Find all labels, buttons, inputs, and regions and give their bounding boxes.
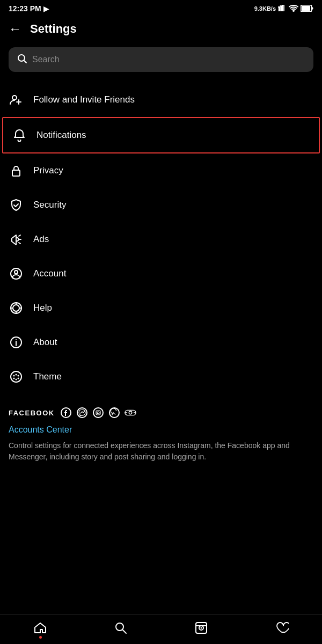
svg-point-31 (13, 378, 15, 379)
search-container: Search (0, 45, 322, 83)
heart-icon (274, 620, 289, 635)
menu-item-ads[interactable]: Ads (0, 222, 322, 257)
facebook-icons (60, 407, 136, 419)
location-icon: ▶ (43, 5, 49, 13)
svg-point-27 (16, 374, 17, 376)
help-label: Help (33, 303, 52, 313)
nav-likes[interactable] (274, 620, 289, 635)
svg-point-41 (129, 411, 132, 414)
menu-item-privacy[interactable]: Privacy (0, 153, 322, 188)
settings-header: ← Settings (0, 15, 322, 45)
reels-icon (194, 620, 209, 635)
svg-point-35 (93, 408, 103, 418)
status-time: 12:23 PM (9, 4, 41, 13)
messenger-icon (76, 407, 88, 419)
nav-reels[interactable] (194, 620, 209, 635)
ads-icon (9, 232, 24, 247)
home-dot (39, 636, 42, 639)
menu-item-follow[interactable]: Follow and Invite Friends (0, 83, 322, 117)
svg-line-14 (19, 243, 20, 244)
search-placeholder: Search (32, 55, 60, 64)
menu-list: Follow and Invite Friends Notifications … (0, 83, 322, 394)
menu-item-about[interactable]: About (0, 325, 322, 360)
svg-rect-0 (278, 7, 280, 11)
svg-point-25 (16, 339, 17, 340)
svg-line-12 (19, 235, 20, 236)
menu-item-help[interactable]: Help (0, 291, 322, 325)
about-label: About (33, 337, 57, 348)
svg-point-38 (100, 411, 100, 411)
nav-home[interactable] (33, 620, 48, 635)
svg-rect-2 (282, 5, 284, 11)
whatsapp-icon (108, 407, 120, 419)
search-nav-icon (113, 620, 128, 635)
home-icon (33, 620, 48, 635)
menu-item-security[interactable]: Security (0, 188, 322, 222)
wifi-icon (289, 4, 298, 13)
accounts-center-desc: Control settings for connected experienc… (9, 440, 313, 463)
svg-point-44 (116, 623, 123, 631)
svg-line-7 (24, 61, 26, 63)
svg-point-30 (16, 379, 17, 380)
facebook-header: FACEBOOK (9, 407, 313, 419)
search-bar[interactable]: Search (9, 47, 313, 72)
signal-icons (278, 5, 287, 12)
svg-point-37 (97, 412, 99, 414)
nav-search[interactable] (113, 620, 128, 635)
status-right: 9.3KB/s (254, 4, 313, 13)
page-title: Settings (30, 22, 77, 36)
follow-label: Follow and Invite Friends (33, 94, 135, 105)
svg-point-3 (293, 10, 294, 11)
instagram-icon (92, 407, 104, 419)
ads-label: Ads (33, 234, 49, 245)
svg-point-28 (18, 375, 19, 377)
theme-label: Theme (33, 371, 62, 382)
follow-icon (9, 92, 24, 107)
menu-item-theme[interactable]: Theme (0, 360, 322, 394)
notifications-icon (12, 128, 27, 143)
menu-item-notifications[interactable]: Notifications (2, 117, 320, 153)
svg-point-8 (12, 96, 17, 100)
svg-rect-11 (12, 170, 20, 176)
facebook-section: FACEBOOK (0, 394, 322, 467)
about-icon (9, 335, 24, 350)
security-label: Security (33, 200, 66, 210)
svg-point-18 (13, 305, 19, 311)
facebook-label: FACEBOOK (9, 409, 55, 417)
bottom-nav (0, 614, 322, 644)
svg-point-6 (18, 55, 25, 61)
svg-point-26 (11, 371, 21, 382)
search-icon (17, 54, 27, 65)
accounts-center-link[interactable]: Accounts Center (9, 425, 313, 435)
facebook-f-icon (60, 407, 72, 419)
svg-rect-36 (96, 411, 100, 415)
account-label: Account (33, 268, 66, 279)
back-button[interactable]: ← (9, 21, 21, 36)
oculus-icon (125, 407, 136, 419)
svg-line-45 (123, 630, 126, 633)
svg-point-32 (13, 375, 15, 377)
battery-icon (301, 5, 313, 13)
data-speed: 9.3KB/s (254, 5, 276, 12)
svg-point-29 (18, 378, 19, 379)
menu-item-account[interactable]: Account (0, 257, 322, 291)
svg-rect-1 (280, 6, 282, 11)
account-icon (9, 266, 24, 281)
help-icon (9, 301, 24, 316)
svg-rect-5 (302, 6, 310, 11)
privacy-label: Privacy (33, 165, 63, 176)
svg-point-16 (14, 270, 18, 274)
notifications-label: Notifications (36, 130, 86, 141)
privacy-icon (9, 163, 24, 178)
theme-icon (9, 369, 24, 384)
svg-point-48 (201, 627, 202, 629)
status-bar: 12:23 PM ▶ 9.3KB/s (0, 0, 322, 15)
security-icon (9, 197, 24, 213)
